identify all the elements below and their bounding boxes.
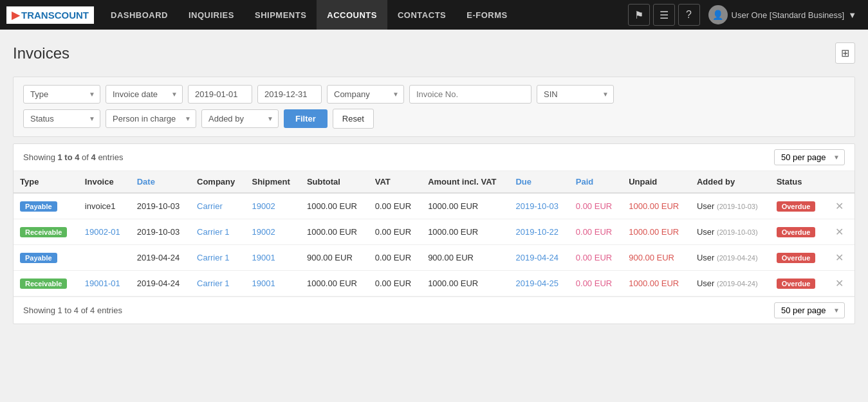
- invoice-no-input[interactable]: [409, 85, 531, 104]
- filter-button[interactable]: Filter: [284, 109, 328, 128]
- paid-amount: 0.00 EUR: [576, 253, 612, 262]
- cell-unpaid: 1000.00 EUR: [622, 271, 690, 297]
- per-page-wrapper-bottom: 50 per page: [774, 302, 845, 318]
- col-unpaid: Unpaid: [622, 171, 690, 193]
- cell-paid: 0.00 EUR: [569, 193, 622, 219]
- date-from-input[interactable]: [188, 85, 252, 104]
- sin-select[interactable]: SIN: [537, 85, 614, 104]
- delete-button[interactable]: ✕: [833, 276, 846, 291]
- cell-company: Carrier 1: [190, 219, 245, 245]
- app-logo[interactable]: ▶ TRANSCOUNT: [6, 6, 94, 24]
- cell-delete: ✕: [826, 219, 854, 245]
- invoice-date-select-wrapper: Invoice date: [106, 85, 183, 104]
- cell-type: Payable: [14, 245, 78, 271]
- col-date[interactable]: Date: [131, 171, 190, 193]
- company-link[interactable]: Carrier 1: [197, 279, 230, 288]
- delete-button[interactable]: ✕: [833, 250, 846, 265]
- cell-date: 2019-10-03: [131, 219, 190, 245]
- nav-shipments[interactable]: SHIPMENTS: [245, 0, 317, 30]
- cell-status: Overdue: [770, 245, 826, 271]
- cell-status: Overdue: [770, 193, 826, 219]
- showing-text: Showing 1 to 4 of 4 entries: [23, 152, 123, 162]
- cell-invoice: 19001-01: [78, 271, 131, 297]
- list-icon-button[interactable]: ☰: [653, 4, 675, 26]
- help-icon-button[interactable]: ?: [678, 4, 700, 26]
- cell-invoice: 19002-01: [78, 219, 131, 245]
- col-amount-vat: Amount incl. VAT: [421, 171, 509, 193]
- due-date[interactable]: 2019-10-03: [515, 201, 559, 211]
- nav-accounts[interactable]: ACCOUNTS: [317, 0, 387, 30]
- delete-button[interactable]: ✕: [833, 199, 846, 214]
- company-link[interactable]: Carrier: [197, 201, 223, 211]
- added-by-user: User: [697, 227, 714, 237]
- grid-view-button[interactable]: ⊞: [835, 42, 855, 64]
- user-menu[interactable]: 👤 User One [Standard Business] ▼: [703, 5, 862, 24]
- cell-vat: 0.00 EUR: [369, 245, 421, 271]
- cell-company: Carrier: [190, 193, 245, 219]
- company-link[interactable]: Carrier 1: [197, 227, 230, 237]
- filter-row-2: Status Person in charge Added by Filter …: [23, 109, 845, 129]
- col-invoice: Invoice: [78, 171, 131, 193]
- shipment-link[interactable]: 19002: [252, 201, 275, 211]
- invoice-date-select[interactable]: Invoice date: [106, 85, 183, 104]
- cell-amount-vat: 1000.00 EUR: [421, 219, 509, 245]
- nav-contacts[interactable]: CONTACTS: [387, 0, 456, 30]
- invoice-link[interactable]: 19001-01: [85, 279, 120, 288]
- type-badge: Receivable: [20, 279, 67, 289]
- page-container: Invoices ⊞ Type Invoice date Company: [0, 30, 868, 402]
- per-page-select[interactable]: 50 per page: [774, 149, 845, 165]
- cell-due: 2019-04-25: [509, 271, 569, 297]
- added-by-user: User: [697, 253, 714, 262]
- user-dropdown-arrow: ▼: [848, 10, 856, 20]
- cell-subtotal: 1000.00 EUR: [300, 219, 369, 245]
- col-added-by: Added by: [690, 171, 770, 193]
- cell-invoice: [78, 245, 131, 271]
- delete-button[interactable]: ✕: [833, 224, 846, 239]
- cell-company: Carrier 1: [190, 245, 245, 271]
- col-paid[interactable]: Paid: [569, 171, 622, 193]
- due-date[interactable]: 2019-04-24: [515, 253, 559, 262]
- status-select-wrapper: Status: [23, 109, 100, 128]
- unpaid-amount: 900.00 EUR: [629, 253, 674, 262]
- chat-icon-button[interactable]: ⚑: [628, 4, 650, 26]
- nav-inquiries[interactable]: INQUIRIES: [178, 0, 245, 30]
- col-due[interactable]: Due: [509, 171, 569, 193]
- company-select[interactable]: Company: [327, 85, 404, 104]
- due-date[interactable]: 2019-04-25: [515, 279, 559, 288]
- type-badge: Receivable: [20, 227, 67, 237]
- table-header-row: Type Invoice Date Company Shipment Subto…: [14, 171, 854, 193]
- shipment-link[interactable]: 19001: [252, 253, 275, 262]
- date-to-input[interactable]: [257, 85, 322, 104]
- nav-eforms[interactable]: E-FORMS: [456, 0, 517, 30]
- cell-date: 2019-04-24: [131, 245, 190, 271]
- table-row: Payable 2019-04-24 Carrier 1 19001 900.0…: [14, 245, 854, 271]
- cell-delete: ✕: [826, 245, 854, 271]
- shipment-link[interactable]: 19001: [252, 279, 275, 288]
- cell-type: Receivable: [14, 219, 78, 245]
- cell-date: 2019-10-03: [131, 193, 190, 219]
- added-by-select[interactable]: Added by: [201, 109, 279, 128]
- nav-dashboard[interactable]: DASHBOARD: [100, 0, 178, 30]
- cell-status: Overdue: [770, 219, 826, 245]
- table-top-info: Showing 1 to 4 of 4 entries 50 per page: [14, 144, 854, 171]
- col-subtotal: Subtotal: [300, 171, 369, 193]
- status-select[interactable]: Status: [23, 109, 100, 128]
- due-date[interactable]: 2019-10-22: [515, 227, 559, 237]
- added-by-user: User: [697, 279, 714, 288]
- cell-vat: 0.00 EUR: [369, 271, 421, 297]
- reset-button[interactable]: Reset: [333, 109, 374, 129]
- cell-due: 2019-10-22: [509, 219, 569, 245]
- added-by-date: (2019-04-24): [717, 254, 758, 262]
- status-badge: Overdue: [777, 253, 816, 263]
- shipment-link[interactable]: 19002: [252, 227, 275, 237]
- unpaid-amount: 1000.00 EUR: [629, 279, 679, 288]
- table-row: Payable invoice1 2019-10-03 Carrier 1900…: [14, 193, 854, 219]
- page-header: Invoices ⊞: [13, 42, 855, 64]
- per-page-select-bottom[interactable]: 50 per page: [774, 302, 845, 318]
- cell-due: 2019-04-24: [509, 245, 569, 271]
- company-link[interactable]: Carrier 1: [197, 253, 230, 262]
- type-select[interactable]: Type: [23, 85, 100, 104]
- person-in-charge-select[interactable]: Person in charge: [106, 109, 196, 128]
- invoice-link[interactable]: 19002-01: [85, 227, 120, 237]
- cell-delete: ✕: [826, 271, 854, 297]
